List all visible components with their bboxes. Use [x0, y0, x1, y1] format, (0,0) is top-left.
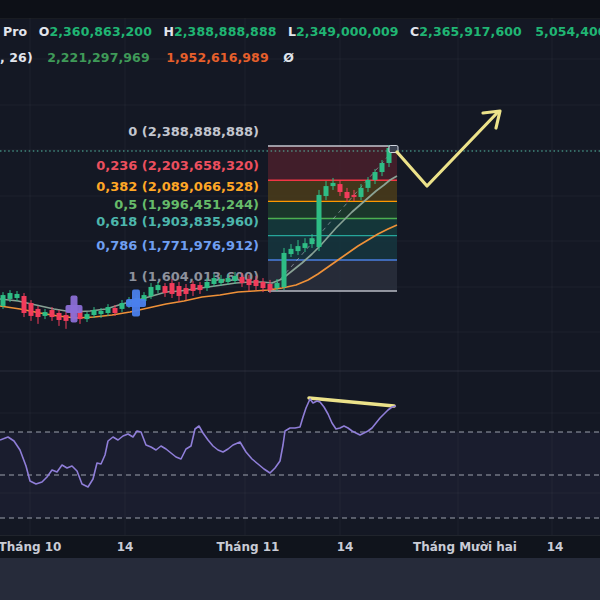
- candle-body: [247, 279, 252, 285]
- candle-body: [212, 278, 217, 284]
- candle-body: [198, 285, 203, 290]
- indicator-value-2: 1,952,616,989: [166, 50, 269, 65]
- fib-level-label: 0,382 (2,089,066,528): [96, 179, 259, 194]
- candle-body: [359, 188, 364, 197]
- indicator-label: , 26): [0, 50, 33, 65]
- low-label: L: [288, 24, 296, 39]
- candle-body: [15, 294, 20, 298]
- x-axis-label: Tháng 11: [217, 540, 280, 554]
- ohlc-legend: Pro O2,360,863,200 H2,388,888,888 L2,349…: [3, 24, 600, 39]
- indicator-legend: , 26) 2,221,297,969 1,952,616,989 Ø: [0, 50, 294, 65]
- x-axis-label: 14: [337, 540, 354, 554]
- candle-body: [29, 303, 34, 316]
- candle-body: [282, 253, 287, 287]
- candle-body: [317, 195, 322, 247]
- trend-arrow-drawing[interactable]: [397, 112, 498, 186]
- candle-body: [170, 283, 175, 294]
- candle-body: [366, 180, 371, 188]
- chart-window: 0 (2,388,888,888)0,236 (2,203,658,320)0,…: [0, 0, 600, 600]
- candle-body: [254, 280, 259, 286]
- candle-body: [163, 286, 168, 293]
- candle-body: [156, 285, 161, 290]
- candle-body: [373, 172, 378, 180]
- indicator-null-icon[interactable]: Ø: [283, 50, 294, 65]
- candle-body: [8, 293, 13, 299]
- candle-body: [352, 195, 357, 197]
- candle-body: [380, 163, 385, 172]
- candle-body: [64, 315, 69, 321]
- candle-body: [184, 288, 189, 294]
- candle-body: [324, 186, 329, 196]
- candle-body: [226, 278, 231, 282]
- x-axis-label: Tháng 10: [0, 540, 61, 554]
- candle-body: [345, 192, 350, 198]
- candle-body: [106, 307, 111, 313]
- candle-body: [113, 308, 118, 313]
- candle-body: [36, 309, 41, 317]
- open-value: 2,360,863,200: [49, 24, 152, 39]
- open-label: O: [39, 24, 50, 39]
- candle-body: [233, 276, 238, 281]
- close-label: C: [410, 24, 419, 39]
- candle-body: [149, 287, 154, 296]
- candle-body: [191, 284, 196, 291]
- x-axis-label: Tháng Mười hai: [413, 540, 517, 554]
- candle-body: [205, 282, 210, 288]
- candle-body: [338, 184, 343, 192]
- fib-band: [268, 201, 397, 218]
- candle-body: [1, 295, 6, 306]
- candle-body: [331, 183, 336, 186]
- candle-body: [310, 238, 315, 244]
- fib-band: [268, 236, 397, 260]
- candle-body: [296, 246, 301, 251]
- low-value: 2,349,000,009: [296, 24, 399, 39]
- indicator-value-1: 2,221,297,969: [47, 50, 150, 65]
- candle-body: [268, 284, 273, 290]
- high-label: H: [163, 24, 174, 39]
- fib-level-label: 0 (2,388,888,888): [128, 124, 259, 139]
- candle-body: [57, 313, 62, 320]
- high-value: 2,388,888,888: [174, 24, 277, 39]
- fib-level-label: 0,618 (1,903,835,960): [96, 214, 259, 229]
- fib-level-label: 0,5 (1,996,451,244): [114, 197, 259, 212]
- candle-body: [289, 249, 294, 254]
- candle-body: [303, 243, 308, 248]
- candle-body: [177, 286, 182, 296]
- bottom-panel: [0, 558, 600, 600]
- x-axis-label: 14: [117, 540, 134, 554]
- candle-body: [275, 283, 280, 288]
- candle-body: [219, 279, 224, 283]
- candle-body: [99, 311, 104, 314]
- close-value: 2,365,917,600: [419, 24, 522, 39]
- symbol-name: Pro: [3, 24, 27, 39]
- fib-level-label: 1 (1,604,013,600): [128, 269, 259, 284]
- candle-body: [50, 310, 55, 317]
- fib-level-label: 0,786 (1,771,976,912): [96, 238, 259, 253]
- candle-body: [92, 310, 97, 315]
- fib-level-label: 0,236 (2,203,658,320): [96, 158, 259, 173]
- price-chart[interactable]: 0 (2,388,888,888)0,236 (2,203,658,320)0,…: [0, 0, 600, 600]
- candle-body: [120, 303, 125, 309]
- candle-body: [85, 314, 90, 319]
- time-axis[interactable]: Tháng 10 14 Tháng 11 14 Tháng Mười hai 1…: [0, 535, 600, 559]
- candle-body: [43, 312, 48, 316]
- plus-marker[interactable]: [66, 305, 83, 313]
- change-value: 5,054,400 (+0,21%): [535, 24, 600, 39]
- candle-body: [240, 277, 245, 283]
- candle-body: [22, 296, 27, 313]
- plus-marker[interactable]: [126, 299, 146, 307]
- x-axis-label: 14: [547, 540, 564, 554]
- candle-body: [261, 282, 266, 288]
